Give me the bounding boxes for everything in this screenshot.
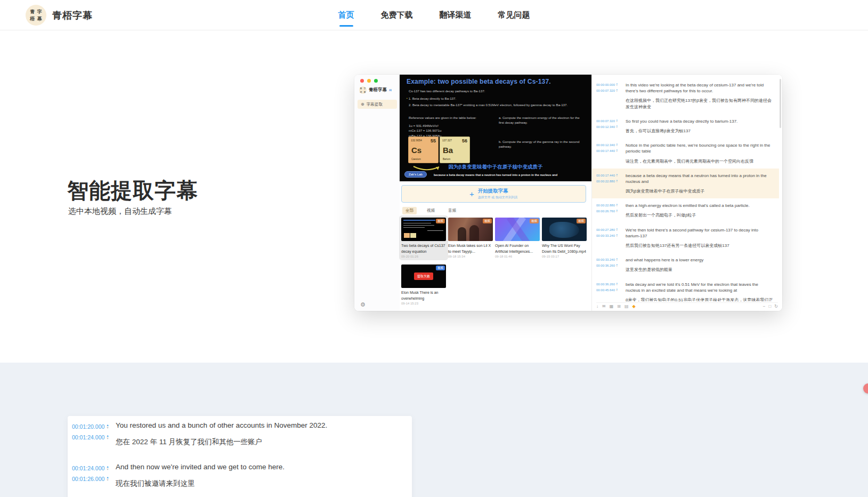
refresh-icon[interactable]: ↻: [774, 304, 778, 309]
end-time[interactable]: 00:00:22.880: [596, 180, 615, 183]
end-time[interactable]: 00:01:24.000: [72, 434, 104, 440]
media-card[interactable]: 视频 Two beta decays of Cs137 decay equati…: [401, 218, 446, 258]
start-time[interactable]: 00:00:12.340: [596, 143, 615, 147]
subtitle-row[interactable]: 00:00:12.340▲▼ 00:00:17.440▲▼ Notice in …: [592, 138, 779, 169]
time-down-icon[interactable]: ▼: [616, 181, 618, 183]
end-time[interactable]: 00:01:26.000: [72, 476, 104, 482]
subtitle-en[interactable]: You restored us and a bunch of other acc…: [116, 421, 407, 429]
download-icon[interactable]: ↓: [596, 304, 598, 309]
time-down-icon[interactable]: ▼: [616, 145, 618, 147]
subtitle-zh[interactable]: 然后发射出一个高能电子，叫做β粒子: [626, 212, 774, 218]
subtitle-zh[interactable]: 这里发生的是较低的能量: [626, 267, 774, 272]
start-time[interactable]: 00:00:07.320: [596, 119, 615, 123]
time-down-icon[interactable]: ▼: [616, 121, 618, 123]
subtitle-row[interactable]: 00:01:20.000▲▼ 00:01:24.000▲▼ You restor…: [68, 416, 412, 454]
subtitle-en[interactable]: beta decay and we're told it's 0.51 MeV …: [626, 282, 774, 293]
end-time[interactable]: 00:00:33.240: [596, 234, 615, 237]
subtitle-row[interactable]: 00:00:07.320▲▼ 00:00:12.340▲▼ So first y…: [592, 114, 779, 138]
nav-item-home[interactable]: 首页: [337, 7, 355, 23]
start-time[interactable]: 00:00:33.240: [596, 258, 615, 261]
subtitle-zh[interactable]: 在这段视频中，我们正在研究铯137的β衰变，我们被告知有两种不同的途径会发生这种…: [626, 98, 774, 109]
subtitle-en[interactable]: In this video we're looking at the beta …: [626, 82, 774, 94]
subtitle-en[interactable]: then a high-energy electron is emitted t…: [626, 203, 774, 209]
subtitle-en[interactable]: We're then told there's a second pathway…: [626, 227, 774, 239]
translate-icon[interactable]: ◆: [632, 304, 636, 309]
nav-item-faq[interactable]: 常见问题: [497, 7, 531, 23]
time-down-icon[interactable]: ▼: [106, 468, 109, 471]
time-down-icon[interactable]: ▼: [616, 290, 618, 292]
end-time[interactable]: 00:00:26.760: [596, 210, 615, 213]
expand-icon[interactable]: □: [768, 304, 771, 309]
time-down-icon[interactable]: ▼: [616, 205, 618, 207]
start-extract-dropzone[interactable]: + 开始提取字幕 选择文件 或 拖动文件到列表: [401, 185, 586, 203]
tab-video[interactable]: 视频: [424, 207, 438, 214]
end-time[interactable]: 00:00:17.440: [596, 149, 615, 153]
brand-logo[interactable]: 青字梧幕 青梧字幕: [26, 5, 93, 26]
media-card[interactable]: 视频 Open AI Founder on Artificial Intelli…: [495, 218, 540, 258]
subtitle-row[interactable]: 00:00:00.000▲▼ 00:00:07.320▲▼ In this vi…: [592, 78, 779, 114]
subtitle-en[interactable]: And then now we're invited and we get to…: [116, 463, 407, 471]
nav-item-translate-channels[interactable]: 翻译渠道: [439, 7, 473, 23]
start-time[interactable]: 00:00:22.880: [596, 204, 615, 207]
collapse-icon[interactable]: −: [763, 304, 766, 309]
time-down-icon[interactable]: ▼: [106, 479, 109, 482]
subtitle-row[interactable]: 00:00:27.280▲▼ 00:00:33.240▲▼ We're then…: [592, 223, 779, 253]
start-time[interactable]: 00:00:27.280: [596, 228, 615, 231]
subtitle-zh[interactable]: 现在我们被邀请来到这里: [116, 479, 407, 488]
subtitle-row[interactable]: 00:00:22.880▲▼ 00:00:26.760▲▼ then a hig…: [592, 198, 779, 222]
time-down-icon[interactable]: ▼: [616, 175, 618, 177]
media-card[interactable]: 视频 Why The US Wont Pay Down Its Debt_108…: [542, 218, 587, 258]
subtitle-zh[interactable]: 然后我们被告知铯137还有另一条途径可以衰变成钡137: [626, 243, 774, 248]
time-down-icon[interactable]: ▼: [616, 151, 618, 153]
time-down-icon[interactable]: ▼: [106, 427, 109, 429]
start-time[interactable]: 00:00:17.440: [596, 174, 615, 177]
time-down-icon[interactable]: ▼: [616, 127, 618, 129]
subtitle-row[interactable]: 00:01:24.000▲▼ 00:01:26.000▲▼ And then n…: [68, 458, 412, 496]
subtitle-en[interactable]: because a beta decay means that a neutro…: [626, 173, 774, 185]
list-view-icon[interactable]: ▤: [624, 304, 629, 309]
copy-icon[interactable]: ⊞: [617, 304, 621, 309]
end-time[interactable]: 00:00:07.320: [596, 89, 615, 92]
media-card-failed[interactable]: 提取失败 视频 Elon Musk There is an overwhelmi…: [401, 264, 446, 305]
tab-audio[interactable]: 音频: [445, 207, 459, 214]
subtitle-zh[interactable]: 首先，你可以直接将β衰变为钡137: [626, 128, 774, 134]
start-time[interactable]: 00:01:20.000: [72, 423, 104, 430]
nav-item-download[interactable]: 免费下载: [380, 7, 414, 23]
subtitle-row-active[interactable]: 00:00:17.440▲▼ 00:00:22.880▲▼ because a …: [592, 169, 779, 199]
start-time[interactable]: 00:01:24.000: [72, 465, 104, 471]
subtitle-zh[interactable]: β衰变，我们被告知电子的0.51兆电子伏使原子核处于激发态，这意味着我们正在看: [626, 297, 774, 301]
time-down-icon[interactable]: ▼: [106, 437, 109, 440]
subtitle-en[interactable]: and what happens here is a lower energy: [626, 257, 774, 263]
time-down-icon[interactable]: ▼: [616, 211, 618, 213]
subtitle-zh[interactable]: 请注意，在元素周期表中，我们将元素周期表中的一个空间向右反弹: [626, 158, 774, 164]
time-down-icon[interactable]: ▼: [616, 91, 618, 92]
grid-view-icon[interactable]: ▦: [610, 304, 614, 309]
video-player[interactable]: Example: two possible beta decays of Cs-…: [400, 75, 591, 181]
tab-all[interactable]: 全部: [402, 207, 417, 214]
media-card[interactable]: 视频 Elon Musk takes son Lil X to meet Tay…: [448, 218, 493, 258]
subtitle-scrollbar[interactable]: [780, 79, 781, 128]
time-down-icon[interactable]: ▼: [616, 230, 618, 231]
end-time[interactable]: 00:00:36.260: [596, 264, 615, 267]
subtitle-en[interactable]: Notice in the periodic table here, we're…: [626, 142, 774, 154]
sidebar-item-subtitle-extract[interactable]: ⊕ 字幕提取: [358, 100, 397, 109]
subtitle-en[interactable]: So first you could have a beta decay dir…: [626, 118, 774, 124]
zoom-window-icon[interactable]: [374, 79, 378, 83]
time-down-icon[interactable]: ▼: [616, 85, 618, 86]
subtitle-row[interactable]: 00:00:33.240▲▼ 00:00:36.260▲▼ and what h…: [592, 253, 779, 277]
start-time[interactable]: 00:00:36.260: [596, 283, 615, 286]
time-down-icon[interactable]: ▼: [616, 266, 618, 267]
end-time[interactable]: 00:00:12.340: [596, 125, 615, 129]
time-down-icon[interactable]: ▼: [616, 236, 618, 237]
export-mail-icon[interactable]: ✉: [602, 304, 606, 309]
subtitle-zh[interactable]: 您在 2022 年 11 月恢复了我们和其他一些账户: [116, 437, 407, 447]
start-time[interactable]: 00:00:00.000: [596, 83, 615, 86]
end-time[interactable]: 00:00:45.640: [596, 288, 615, 292]
minimize-window-icon[interactable]: [367, 79, 371, 83]
close-window-icon[interactable]: [360, 79, 364, 83]
settings-gear-icon[interactable]: ⚙: [360, 301, 366, 308]
time-down-icon[interactable]: ▼: [616, 260, 618, 261]
subtitle-row[interactable]: 00:00:36.260▲▼ 00:00:45.640▲▼ beta decay…: [592, 277, 779, 301]
subtitle-zh[interactable]: 因为β衰变意味着中子在原子核中变成质子: [626, 188, 774, 194]
time-down-icon[interactable]: ▼: [616, 284, 618, 286]
